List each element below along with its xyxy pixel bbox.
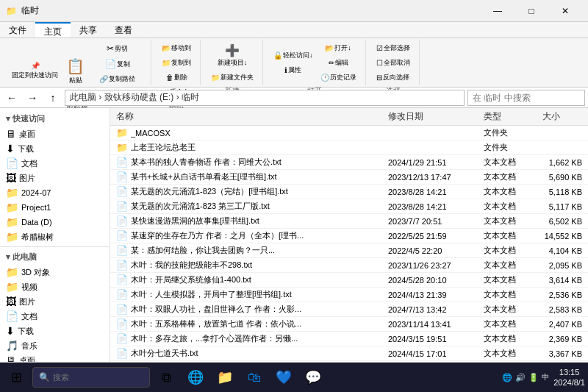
sidebar-header-quickaccess[interactable]: ▾ 快速访问 xyxy=(0,111,110,126)
taskbar-search[interactable]: 🔍 xyxy=(32,367,150,388)
minimize-button[interactable]: — xyxy=(481,0,514,22)
file-type: 文本文档 xyxy=(478,214,537,229)
file-type: 文本文档 xyxy=(478,229,537,243)
cut-button[interactable]: ✂ 剪切 xyxy=(90,41,145,56)
table-row[interactable]: 📄 某速穿的生存在乃方 作者：之月（全本）[理书... 2022/5/25 21… xyxy=(110,229,588,243)
volume-icon: 🔊 xyxy=(515,373,526,382)
file-name: 木叶：双眼人功社，盘旧世禅么了 作者：火影... xyxy=(131,304,301,315)
sidebar-item-downloads[interactable]: ⬇下载 xyxy=(0,141,110,156)
copy-to-button[interactable]: 📁 复制到 xyxy=(159,56,194,70)
sidebar-item-pics[interactable]: 🖼图片 xyxy=(0,294,110,309)
tab-home[interactable]: 主页 xyxy=(35,22,71,38)
up-button[interactable]: ↑ xyxy=(44,89,62,107)
pics-icon: 🖼 xyxy=(6,296,16,307)
tab-file[interactable]: 文件 xyxy=(0,22,35,38)
table-row[interactable]: 📄 木叶：多存之旅，...拿打个心遥阵作者：另懒... 2024/3/15 19… xyxy=(110,332,588,346)
col-name[interactable]: 名称 xyxy=(110,108,382,126)
select-all-button[interactable]: ☑ 全部选择 xyxy=(373,41,413,55)
table-row[interactable]: 📄 木叶：双眼人功社，盘旧世禅么了 作者：火影... 2024/7/13 13:… xyxy=(110,302,588,317)
sidebar-item-project1[interactable]: 📁Project1 xyxy=(0,200,110,215)
close-button[interactable]: ✕ xyxy=(548,0,582,22)
sidebar-item-xila[interactable]: 📁希腊椒树 xyxy=(0,229,110,244)
delete-button[interactable]: 🗑 删除 xyxy=(159,71,194,85)
open-col: 🔓 轻松访问↓ ℹ 属性 xyxy=(270,49,316,77)
table-row[interactable]: 📄 某书+长城+从白话书单看老王[理书组].txt 2023/12/13 17:… xyxy=(110,170,588,185)
store-button[interactable]: 🛍 xyxy=(241,364,268,391)
file-name: 某快速漫游黑洞的故事集[理书组].txt xyxy=(131,215,259,227)
sidebar-item-datad[interactable]: 📁Data (D) xyxy=(0,215,110,229)
back-button[interactable]: ← xyxy=(3,89,21,107)
easy-access-button[interactable]: 🔓 轻松访问↓ xyxy=(270,49,316,63)
address-path[interactable]: 此电脑 › 致钛移动硬盘 (E:) › 临时 xyxy=(65,90,465,106)
table-row[interactable]: 📄 某快速漫游黑洞的故事集[理书组].txt 2023/7/7 20:51 文本… xyxy=(110,214,588,229)
sidebar-item-3dobjects[interactable]: 📁3D 对象 xyxy=(0,265,110,279)
table-row[interactable]: 📄 木叶：我的技能把级能丰不298.txt 2023/11/26 23:27 文… xyxy=(110,258,588,273)
copy-button[interactable]: 📄 复制 xyxy=(90,57,145,71)
ribbon-group-select: ☑ 全部选择 ☐ 全部取消 ⊟ 反向选择 选择 xyxy=(368,40,420,85)
sidebar-item-music[interactable]: 🎵音乐 xyxy=(0,338,110,353)
lang-indicator: 中 xyxy=(542,372,549,382)
search-input[interactable] xyxy=(467,90,585,106)
sidebar-item-2024-07[interactable]: 📁2024-07 xyxy=(0,185,110,200)
sidebar-item-dsk[interactable]: 🖥桌面 xyxy=(0,353,110,362)
copy-path-button[interactable]: 🔗 复制路径 xyxy=(90,72,145,86)
table-row[interactable]: 📄 木叶：人生模拟器，开局中了整理[理书组].txt 2024/4/13 21:… xyxy=(110,288,588,302)
folder-icon-2: 📁 xyxy=(6,202,18,213)
file-icon: 📄 xyxy=(116,274,128,285)
file-type: 文本文档 xyxy=(478,258,537,273)
pin-button[interactable]: 📌固定到快速访问 xyxy=(9,60,61,82)
table-row[interactable]: 📁 上老王论坛总老王 文件夹 xyxy=(110,140,588,155)
file-icon: 📄 xyxy=(116,304,128,315)
file-type: 文本文档 xyxy=(478,155,537,170)
file-size: 2,407 KB xyxy=(537,317,588,332)
scroll-container[interactable]: 名称 修改日期 类型 大小 📁 _MACOSX 文件夹 📁 上老王论坛总老王 xyxy=(110,108,588,362)
table-row[interactable]: 📁 _MACOSX 文件夹 xyxy=(110,126,588,140)
invert-select-button[interactable]: ⊟ 反向选择 xyxy=(373,71,413,85)
tab-view[interactable]: 查看 xyxy=(106,22,141,38)
teams-button[interactable]: 💬 xyxy=(300,364,326,391)
move-to-button[interactable]: 📂 移动到 xyxy=(159,41,194,55)
file-name: 木叶：人生模拟器，开局中了整理[理书组].txt xyxy=(131,289,292,300)
col-type[interactable]: 类型 xyxy=(478,108,537,126)
start-button[interactable]: ⊞ xyxy=(3,364,29,391)
ribbon-group-new: ➕新建项目↓ 📁 新建文件夹 新建 xyxy=(202,40,263,85)
taskbar-search-input[interactable] xyxy=(53,373,143,382)
table-row[interactable]: 📄 某无题的次元涌流1-823 第三工厂版.txt 2023/8/28 14:2… xyxy=(110,199,588,214)
sidebar-item-pictures[interactable]: 🖼图片 xyxy=(0,171,110,185)
sidebar-header-thispc[interactable]: ▾ 此电脑 xyxy=(0,249,110,265)
table-row[interactable]: 📄 某：感加何结脸，你让我去团购？一只... 2022/4/5 22:20 文本… xyxy=(110,243,588,258)
sidebar-item-desktop[interactable]: 🖥桌面 xyxy=(0,126,110,141)
table-row[interactable]: 📄 木叶：开局继父系统修仙1-400.txt 2024/5/28 20:10 文… xyxy=(110,273,588,288)
table-row[interactable]: 📄 木叶分七道天书.txt 2024/4/15 17:01 文本文档 3,367… xyxy=(110,346,588,361)
maximize-button[interactable]: □ xyxy=(514,0,548,22)
forward-button[interactable]: → xyxy=(24,89,41,107)
open-button[interactable]: 📂 打开↓ xyxy=(318,41,359,55)
window-title: 临时 xyxy=(21,4,39,17)
table-row[interactable]: 📄 某无题的次元涌流1-823（完结）[理书组].txt 2023/8/28 1… xyxy=(110,185,588,199)
sidebar-item-docs[interactable]: 📄文档 xyxy=(0,309,110,324)
ribbon-group-clipboard: 📌固定到快速访问 📋 粘贴 ✂ 剪切 📄 复制 🔗 复制路径 📎 粘贴快捷方式 … xyxy=(3,40,151,85)
dl-icon: ⬇ xyxy=(6,325,15,337)
table-row[interactable]: 📄 霍光之道的青春且将○他干站站○全[理书组]... 2022/4/26 20:… xyxy=(110,361,588,363)
col-size[interactable]: 大小 xyxy=(537,108,588,126)
sidebar-item-documents[interactable]: 📄文档 xyxy=(0,156,110,171)
sidebar-item-video[interactable]: 📁视频 xyxy=(0,279,110,294)
pictures-icon: 🖼 xyxy=(6,172,16,184)
vscode-button[interactable]: 💙 xyxy=(270,364,297,391)
col-date[interactable]: 修改日期 xyxy=(382,108,478,126)
history-button[interactable]: 🕐 历史记录 xyxy=(318,71,359,85)
sidebar-item-dl[interactable]: ⬇下载 xyxy=(0,324,110,338)
file-name-cell: 📄 某无题的次元涌流1-823 第三工厂版.txt xyxy=(110,199,382,214)
tab-share[interactable]: 共享 xyxy=(71,22,106,38)
edge-button[interactable]: 🌐 xyxy=(182,364,209,391)
select-none-button[interactable]: ☐ 全部取消 xyxy=(373,56,413,70)
table-row[interactable]: 📄 木叶：五系格棒棒，放置第七道 作者：依小说... 2023/11/14 13… xyxy=(110,317,588,332)
task-view-button[interactable]: ⧉ xyxy=(153,364,179,391)
explorer-button[interactable]: 📁 xyxy=(212,364,238,391)
table-row[interactable]: 📄 某本书的独人青春物语 作者：同维大公.txt 2024/1/29 21:51… xyxy=(110,155,588,170)
paste-button[interactable]: 📋 粘贴 xyxy=(62,55,88,88)
properties-button[interactable]: ℹ 属性 xyxy=(270,63,316,77)
edit-button[interactable]: ✏ 编辑 xyxy=(318,56,359,70)
new-folder-button[interactable]: 📁 新建文件夹 xyxy=(208,71,257,85)
new-item-button[interactable]: ➕新建项目↓ xyxy=(208,41,257,70)
